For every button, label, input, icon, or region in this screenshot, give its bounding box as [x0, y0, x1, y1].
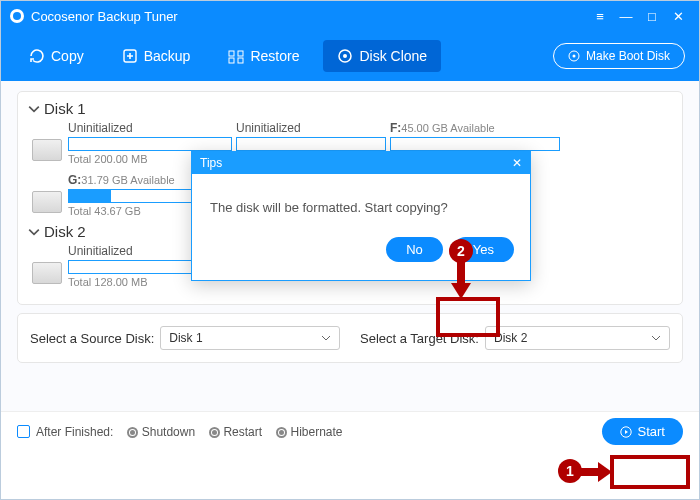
chevron-down-icon [28, 103, 40, 115]
menu-icon[interactable]: ≡ [587, 9, 613, 24]
dialog-message: The disk will be formatted. Start copyin… [192, 174, 530, 227]
svg-point-8 [343, 54, 347, 58]
footer-bar: After Finished: Shutdown Restart Hiberna… [1, 411, 699, 451]
source-disk-dropdown[interactable]: Disk 1 [160, 326, 340, 350]
shutdown-label: Shutdown [142, 425, 195, 439]
svg-point-1 [13, 12, 21, 20]
partition-size: 45.00 GB Available [401, 122, 494, 134]
hibernate-option[interactable]: Hibernate [276, 425, 342, 439]
svg-rect-5 [229, 58, 234, 63]
usage-bar [68, 137, 232, 151]
svg-rect-6 [238, 58, 243, 63]
copy-button[interactable]: Copy [15, 40, 98, 72]
restore-label: Restore [250, 48, 299, 64]
target-disk-label: Select a Target Disk: [360, 331, 479, 346]
partition-label: Uninitialized [236, 121, 301, 135]
svg-rect-3 [229, 51, 234, 56]
backup-icon [122, 48, 138, 64]
target-disk-dropdown[interactable]: Disk 2 [485, 326, 670, 350]
partition-item[interactable]: Uninitialized [236, 121, 386, 153]
target-disk-value: Disk 2 [494, 331, 527, 345]
hibernate-label: Hibernate [290, 425, 342, 439]
make-boot-disk-button[interactable]: Make Boot Disk [553, 43, 685, 69]
partition-label: G: [68, 173, 81, 187]
backup-label: Backup [144, 48, 191, 64]
play-icon [620, 426, 632, 438]
chevron-down-icon [651, 333, 661, 343]
restore-icon [228, 48, 244, 64]
svg-rect-4 [238, 51, 243, 56]
copy-label: Copy [51, 48, 84, 64]
app-logo-icon [9, 8, 25, 24]
disk2-title: Disk 2 [44, 223, 86, 240]
disk1-title: Disk 1 [44, 100, 86, 117]
disk-clone-icon [337, 48, 353, 64]
after-finished-checkbox[interactable] [17, 425, 30, 438]
chevron-down-icon [28, 226, 40, 238]
partition-label: F: [390, 121, 401, 135]
restore-button[interactable]: Restore [214, 40, 313, 72]
backup-button[interactable]: Backup [108, 40, 205, 72]
disk-icon [32, 262, 62, 284]
start-label: Start [638, 424, 665, 439]
yes-label: Yes [473, 242, 494, 257]
disk-icon [32, 191, 62, 213]
disk1-header[interactable]: Disk 1 [28, 100, 672, 117]
close-button[interactable]: ✕ [665, 9, 691, 24]
tips-dialog: Tips ✕ The disk will be formatted. Start… [191, 151, 531, 281]
maximize-button[interactable]: □ [639, 9, 665, 24]
app-title: Cocosenor Backup Tuner [31, 9, 178, 24]
disk-icon [32, 139, 62, 161]
disk-selector-row: Select a Source Disk: Disk 1 Select a Ta… [17, 313, 683, 363]
annotation-arrow-1 [580, 460, 614, 484]
partition-item[interactable]: F:45.00 GB Available [390, 121, 560, 153]
chevron-down-icon [321, 333, 331, 343]
source-disk-value: Disk 1 [169, 331, 202, 345]
disk-clone-button[interactable]: Disk Clone [323, 40, 441, 72]
minimize-button[interactable]: — [613, 9, 639, 24]
partition-size: 31.79 GB Available [81, 174, 174, 186]
content-area: Disk 1 Uninitialized Total 200.00 MB Uni… [1, 81, 699, 411]
usage-bar [236, 137, 386, 151]
boot-disk-icon [568, 50, 580, 62]
usage-bar [390, 137, 560, 151]
titlebar: Cocosenor Backup Tuner ≡ — □ ✕ [1, 1, 699, 31]
source-disk-label: Select a Source Disk: [30, 331, 154, 346]
no-label: No [406, 242, 423, 257]
start-button[interactable]: Start [602, 418, 683, 445]
yes-button[interactable]: Yes [453, 237, 514, 262]
restart-label: Restart [223, 425, 262, 439]
dialog-title: Tips [200, 156, 222, 170]
partition-label: Uninitialized [68, 121, 133, 135]
copy-icon [29, 48, 45, 64]
svg-point-10 [572, 55, 575, 58]
dialog-close-button[interactable]: ✕ [512, 156, 522, 170]
shutdown-option[interactable]: Shutdown [127, 425, 195, 439]
no-button[interactable]: No [386, 237, 443, 262]
annotation-box-start [610, 455, 690, 489]
after-finished-label: After Finished: [36, 425, 113, 439]
disk-clone-label: Disk Clone [359, 48, 427, 64]
main-toolbar: Copy Backup Restore Disk Clone Make Boot… [1, 31, 699, 81]
dialog-titlebar: Tips ✕ [192, 152, 530, 174]
annotation-badge-1: 1 [558, 459, 582, 483]
restart-option[interactable]: Restart [209, 425, 262, 439]
partition-label: Uninitialized [68, 244, 133, 258]
make-boot-disk-label: Make Boot Disk [586, 49, 670, 63]
